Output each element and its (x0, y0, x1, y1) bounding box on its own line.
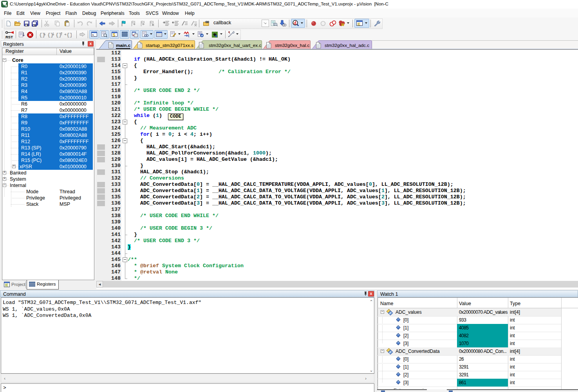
svg-text:>_: >_ (92, 33, 96, 37)
svg-text:S: S (113, 33, 116, 37)
svg-text:{}: {} (47, 32, 54, 38)
svg-text:{}: {} (67, 32, 72, 38)
svg-text:5: 5 (5, 4, 7, 7)
svg-text:t: t (188, 34, 190, 38)
svg-text:d: d (294, 20, 296, 26)
svg-text:RST: RST (5, 35, 13, 39)
